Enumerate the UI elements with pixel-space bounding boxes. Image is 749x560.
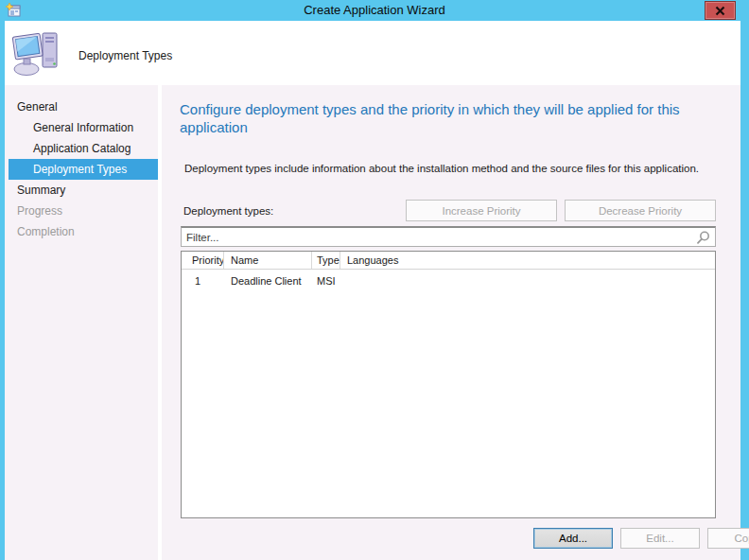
sidebar-item-completion: Completion [5,221,158,242]
row-type: MSI [312,273,340,289]
column-header-type[interactable]: Type [312,252,340,269]
edit-button[interactable]: Edit... [620,528,700,549]
table-row[interactable]: 1 Deadline Client MSI [182,273,715,289]
decrease-priority-button[interactable]: Decrease Priority [565,200,716,221]
sidebar-item-general-information[interactable]: General Information [5,117,158,138]
window-title: Create Application Wizard [0,3,749,17]
computer-icon [11,29,64,79]
increase-priority-button[interactable]: Increase Priority [406,200,557,221]
filter-box [181,226,716,247]
deployment-types-table: Priority Name Type Languages 1 Deadline … [181,251,716,518]
sidebar-item-application-catalog[interactable]: Application Catalog [5,138,158,159]
close-button[interactable] [705,1,736,20]
page-title: Deployment Types [78,49,172,62]
close-x-icon [715,6,725,16]
window-body: Deployment Types General General Informa… [5,21,740,560]
wizard-page-header: Deployment Types [5,21,740,85]
create-application-wizard-window: Create Application Wizard [0,0,749,560]
column-header-name[interactable]: Name [224,252,312,269]
table-header-row: Priority Name Type Languages [182,252,715,270]
row-name: Deadline Client [224,273,312,289]
add-button[interactable]: Add... [533,528,613,549]
sidebar-item-deployment-types[interactable]: Deployment Types [9,159,158,180]
main-pane: Configure deployment types and the prior… [162,85,740,560]
filter-input[interactable] [182,228,690,246]
page-description: Deployment types include information abo… [184,163,714,174]
sidebar-item-summary[interactable]: Summary [5,180,158,201]
titlebar[interactable]: Create Application Wizard [0,0,749,21]
search-magnifier-icon[interactable] [695,230,711,249]
sidebar-item-general[interactable]: General [5,96,158,117]
wizard-nav-sidebar: General General Information Application … [5,85,158,560]
page-heading: Configure deployment types and the prior… [180,100,728,136]
column-header-priority[interactable]: Priority [182,252,224,269]
column-header-languages[interactable]: Languages [340,252,715,269]
sidebar-item-progress: Progress [5,201,158,221]
row-priority: 1 [182,273,224,289]
deployment-types-label: Deployment types: [183,205,273,217]
copy-button[interactable]: Copy [707,528,749,549]
row-languages [340,273,715,289]
